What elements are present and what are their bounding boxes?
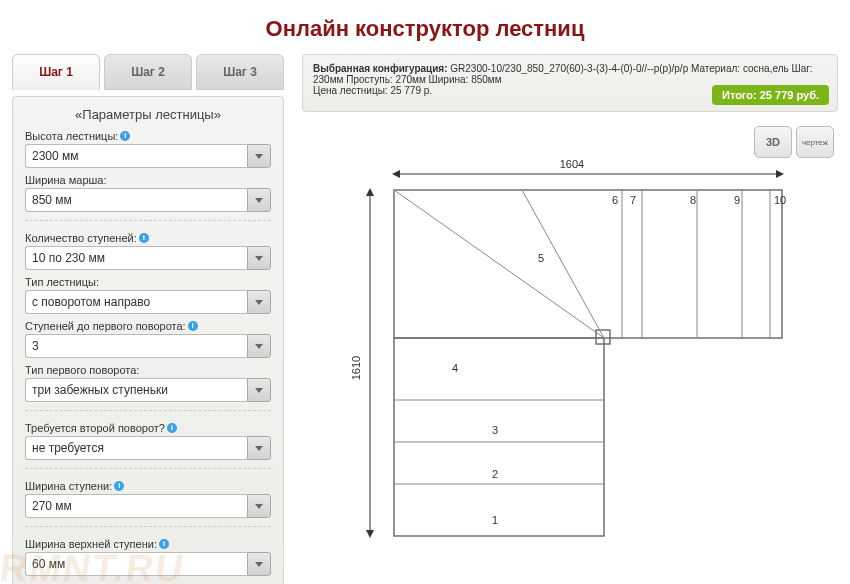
select-height[interactable]: 2300 мм [25, 144, 271, 168]
chevron-down-icon[interactable] [247, 188, 271, 212]
select-width[interactable]: 850 мм [25, 188, 271, 212]
svg-line-5 [394, 190, 604, 338]
select-turn1[interactable]: три забежных ступеньки [25, 378, 271, 402]
select-type-value: с поворотом направо [25, 290, 247, 314]
chevron-down-icon[interactable] [247, 290, 271, 314]
info-icon[interactable]: i [114, 481, 124, 491]
label-type: Тип лестницы: [25, 276, 271, 288]
label-height-text: Высота лестницы: [25, 130, 118, 142]
select-turn1-value: три забежных ступеньки [25, 378, 247, 402]
label-turn2: Требуется второй поворот? i [25, 422, 271, 434]
sidebar: Шаг 1 Шаг 2 Шаг 3 «Параметры лестницы» В… [12, 54, 284, 584]
config-summary: Выбранная конфигурация: GR2300-10/230_85… [302, 54, 838, 112]
select-tread[interactable]: 270 мм [25, 494, 271, 518]
label-before: Ступеней до первого поворота: i [25, 320, 271, 332]
select-steps-value: 10 по 230 мм [25, 246, 247, 270]
main-area: Выбранная конфигурация: GR2300-10/230_85… [302, 54, 838, 584]
step-tabs: Шаг 1 Шаг 2 Шаг 3 [12, 54, 284, 90]
svg-text:4: 4 [452, 362, 458, 374]
stair-drawing: 1604 1610 [302, 132, 822, 552]
panel-title: «Параметры лестницы» [25, 107, 271, 122]
svg-line-6 [522, 190, 604, 338]
chevron-down-icon[interactable] [247, 378, 271, 402]
label-width-text: Ширина марша: [25, 174, 107, 186]
select-steps[interactable]: 10 по 230 мм [25, 246, 271, 270]
label-turn1-text: Тип первого поворота: [25, 364, 139, 376]
label-type-text: Тип лестницы: [25, 276, 99, 288]
select-before-value: 3 [25, 334, 247, 358]
select-before[interactable]: 3 [25, 334, 271, 358]
svg-rect-3 [394, 338, 604, 536]
svg-text:9: 9 [734, 194, 740, 206]
svg-text:10: 10 [774, 194, 786, 206]
tab-step-2[interactable]: Шаг 2 [104, 54, 192, 90]
svg-text:3: 3 [492, 424, 498, 436]
total-badge: Итого: 25 779 руб. [712, 85, 829, 105]
select-turn2[interactable]: не требуется [25, 436, 271, 460]
info-icon[interactable]: i [159, 539, 169, 549]
select-height-value: 2300 мм [25, 144, 247, 168]
svg-rect-2 [394, 190, 782, 338]
select-top[interactable]: 60 мм [25, 552, 271, 576]
label-turn2-text: Требуется второй поворот? [25, 422, 165, 434]
label-top: Ширина верхней ступени: i [25, 538, 271, 550]
select-width-value: 850 мм [25, 188, 247, 212]
info-icon[interactable]: i [139, 233, 149, 243]
chevron-down-icon[interactable] [247, 334, 271, 358]
chevron-down-icon[interactable] [247, 436, 271, 460]
svg-text:1: 1 [492, 514, 498, 526]
select-turn2-value: не требуется [25, 436, 247, 460]
dim-width: 1604 [560, 158, 584, 170]
svg-text:5: 5 [538, 252, 544, 264]
label-before-text: Ступеней до первого поворота: [25, 320, 186, 332]
svg-text:2: 2 [492, 468, 498, 480]
params-panel: «Параметры лестницы» Высота лестницы: i … [12, 96, 284, 584]
label-height: Высота лестницы: i [25, 130, 271, 142]
select-type[interactable]: с поворотом направо [25, 290, 271, 314]
tab-step-1[interactable]: Шаг 1 [12, 54, 100, 90]
drawing-area: 3D чертеж 1604 1610 [302, 126, 838, 584]
chevron-down-icon[interactable] [247, 552, 271, 576]
svg-text:6: 6 [612, 194, 618, 206]
chevron-down-icon[interactable] [247, 246, 271, 270]
label-top-text: Ширина верхней ступени: [25, 538, 157, 550]
label-tread-text: Ширина ступени: [25, 480, 112, 492]
dim-height: 1610 [350, 356, 362, 380]
label-turn1: Тип первого поворота: [25, 364, 271, 376]
label-width: Ширина марша: [25, 174, 271, 186]
info-icon[interactable]: i [167, 423, 177, 433]
label-steps-text: Количество ступеней: [25, 232, 137, 244]
config-label: Выбранная конфигурация: [313, 63, 448, 74]
select-top-value: 60 мм [25, 552, 247, 576]
chevron-down-icon[interactable] [247, 494, 271, 518]
info-icon[interactable]: i [120, 131, 130, 141]
info-icon[interactable]: i [188, 321, 198, 331]
tab-step-3[interactable]: Шаг 3 [196, 54, 284, 90]
config-price: Цена лестницы: 25 779 р. [313, 85, 432, 96]
select-tread-value: 270 мм [25, 494, 247, 518]
svg-text:7: 7 [630, 194, 636, 206]
page-title: Онлайн конструктор лестниц [0, 0, 850, 54]
label-tread: Ширина ступени: i [25, 480, 271, 492]
label-steps: Количество ступеней: i [25, 232, 271, 244]
chevron-down-icon[interactable] [247, 144, 271, 168]
svg-text:8: 8 [690, 194, 696, 206]
